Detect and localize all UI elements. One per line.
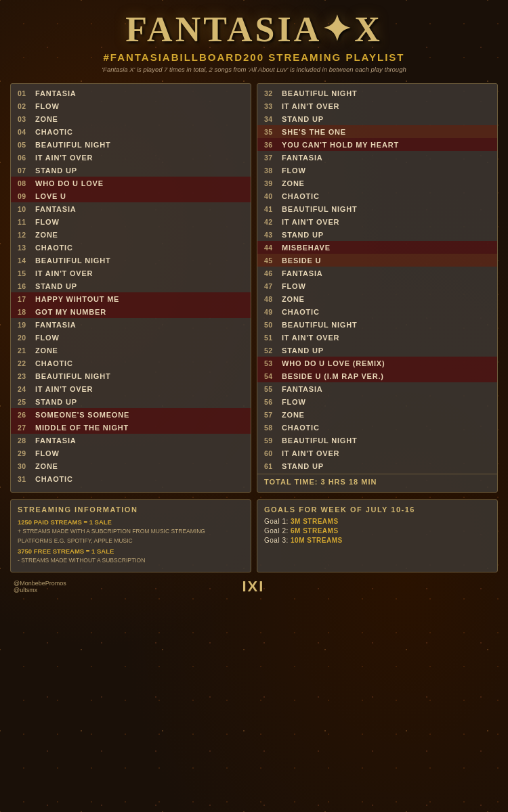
- track-name: FANTASIA: [35, 436, 77, 445]
- streaming-info-box: STREAMING INFORMATION 1250 PAID STREAMS …: [10, 499, 251, 572]
- track-name: CHAOTIC: [35, 244, 73, 252]
- track-row: 08WHO DO U LOVE: [11, 177, 251, 189]
- track-name: STAND UP: [282, 462, 324, 470]
- track-num: 61: [264, 462, 282, 470]
- track-row: 06IT AIN'T OVER: [11, 151, 251, 164]
- track-num: 38: [264, 166, 282, 175]
- track-name: MIDDLE OF THE NIGHT: [35, 424, 129, 432]
- track-row: 35SHE'S THE ONE: [257, 125, 497, 138]
- track-name: BEAUTIFUL NIGHT: [35, 141, 110, 149]
- track-num: 15: [18, 269, 35, 277]
- track-num: 23: [18, 372, 35, 380]
- track-row: 36YOU CAN'T HOLD MY HEART: [257, 138, 497, 151]
- header-section: FANTASIA✦X #FANTASIABILLBOARD200 STREAMI…: [10, 0, 498, 83]
- track-row: 24IT AIN'T OVER: [11, 382, 251, 395]
- goals-title: GOALS FOR WEEK OF JULY 10-16: [264, 505, 490, 514]
- track-num: 13: [18, 244, 35, 252]
- track-num: 35: [264, 128, 282, 136]
- track-name: IT AIN'T OVER: [282, 102, 339, 110]
- track-num: 08: [18, 179, 35, 187]
- track-row: 25STAND UP: [11, 395, 251, 408]
- track-row: 03ZONE: [11, 112, 251, 125]
- track-num: 36: [264, 141, 282, 149]
- track-num: 24: [18, 385, 35, 393]
- track-name: IT AIN'T OVER: [35, 385, 93, 393]
- handle2: @ultsmx: [14, 587, 66, 593]
- track-num: 54: [264, 372, 282, 380]
- track-name: CHAOTIC: [35, 475, 73, 483]
- track-name: STAND UP: [35, 166, 77, 175]
- track-num: 41: [264, 205, 282, 213]
- track-num: 53: [264, 359, 282, 367]
- track-row: 10FANTASIA: [11, 202, 251, 215]
- track-name: FANTASIA: [282, 385, 323, 393]
- track-row: 05BEAUTIFUL NIGHT: [11, 138, 251, 151]
- track-row: 61STAND UP: [257, 459, 497, 472]
- track-num: 18: [18, 308, 35, 316]
- footer-handles: @MonbebePromos @ultsmx: [14, 580, 66, 593]
- track-row: 54BESIDE U (I.M RAP VER.): [257, 369, 497, 382]
- info-wrapper: STREAMING INFORMATION 1250 PAID STREAMS …: [10, 499, 498, 572]
- track-num: 49: [264, 308, 282, 316]
- track-row: 14BEAUTIFUL NIGHT: [11, 254, 251, 267]
- track-row: 18GOT MY NUMBER: [11, 305, 251, 318]
- track-name: FANTASIA: [282, 154, 323, 162]
- track-name: BESIDE U: [282, 256, 321, 265]
- track-num: 03: [18, 115, 35, 123]
- playlist-wrapper: 01FANTASIA02FLOW03ZONE04CHAOTIC05BEAUTIF…: [10, 83, 498, 493]
- track-num: 34: [264, 115, 282, 123]
- track-row: 50BEAUTIFUL NIGHT: [257, 318, 497, 331]
- track-name: HAPPY WIHTOUT ME: [35, 295, 119, 303]
- page-container: FANTASIA✦X #FANTASIABILLBOARD200 STREAMI…: [0, 0, 508, 606]
- track-num: 22: [18, 359, 35, 367]
- track-num: 59: [264, 436, 282, 445]
- track-num: 60: [264, 449, 282, 457]
- streaming-line: 1250 PAID STREAMS = 1 SALE: [18, 518, 244, 526]
- track-row: 30ZONE: [11, 459, 251, 472]
- track-num: 52: [264, 346, 282, 355]
- track-row: 46FANTASIA: [257, 267, 497, 279]
- track-name: CHAOTIC: [282, 308, 320, 316]
- track-name: IT AIN'T OVER: [282, 334, 339, 342]
- track-name: LOVE U: [35, 192, 66, 200]
- track-row: 23BEAUTIFUL NIGHT: [11, 369, 251, 382]
- track-num: 43: [264, 231, 282, 239]
- track-num: 39: [264, 179, 282, 187]
- streaming-line: - STREAMS MADE WITHOUT A SUBSCRIPTION: [18, 557, 244, 565]
- track-name: GOT MY NUMBER: [35, 308, 106, 316]
- track-name: ZONE: [35, 115, 58, 123]
- track-row: 58CHAOTIC: [257, 421, 497, 434]
- track-row: 22CHAOTIC: [11, 357, 251, 369]
- track-name: FLOW: [35, 102, 60, 110]
- track-name: FANTASIA: [35, 321, 77, 329]
- track-num: 14: [18, 256, 35, 265]
- track-name: STAND UP: [282, 231, 324, 239]
- track-num: 50: [264, 321, 282, 329]
- track-num: 12: [18, 231, 35, 239]
- track-row: 59BEAUTIFUL NIGHT: [257, 434, 497, 447]
- track-num: 48: [264, 295, 282, 303]
- track-num: 27: [18, 424, 35, 432]
- track-name: BEAUTIFUL NIGHT: [35, 256, 110, 265]
- track-row: 34STAND UP: [257, 112, 497, 125]
- track-name: IT AIN'T OVER: [35, 269, 93, 277]
- track-name: CHAOTIC: [35, 128, 73, 136]
- goal-line: Goal 2: 6M STREAMS: [264, 527, 490, 535]
- track-row: 55FANTASIA: [257, 382, 497, 395]
- track-name: CHAOTIC: [35, 359, 73, 367]
- track-num: 31: [18, 475, 35, 483]
- track-name: MISBEHAVE: [282, 244, 331, 252]
- track-num: 32: [264, 89, 282, 97]
- goals-box: GOALS FOR WEEK OF JULY 10-16 Goal 1: 3M …: [257, 499, 498, 572]
- goal-line: Goal 3: 10M STREAMS: [264, 537, 490, 544]
- track-row: 21ZONE: [11, 344, 251, 357]
- track-row: 53WHO DO U LOVE (REMIX): [257, 357, 497, 369]
- track-num: 05: [18, 141, 35, 149]
- track-row: 42IT AIN'T OVER: [257, 215, 497, 228]
- track-row: 20FLOW: [11, 331, 251, 344]
- track-name: FANTASIA: [35, 89, 77, 97]
- track-num: 46: [264, 269, 282, 277]
- track-row: 26SOMEONE'S SOMEONE: [11, 408, 251, 421]
- track-num: 04: [18, 128, 35, 136]
- track-row: 04CHAOTIC: [11, 125, 251, 138]
